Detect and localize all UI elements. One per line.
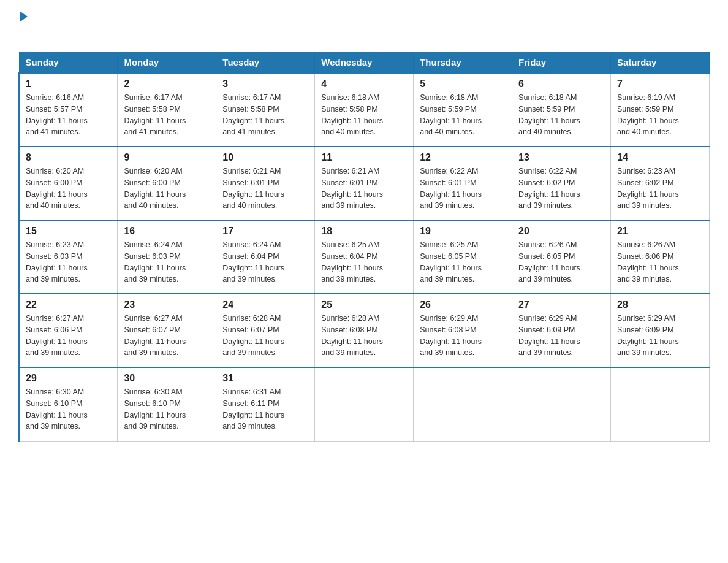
calendar-cell: 5 Sunrise: 6:18 AM Sunset: 5:59 PM Dayli… bbox=[414, 73, 512, 147]
day-info: Sunrise: 6:22 AM Sunset: 6:01 PM Dayligh… bbox=[420, 167, 482, 210]
calendar-cell: 26 Sunrise: 6:29 AM Sunset: 6:08 PM Dayl… bbox=[414, 294, 512, 367]
calendar-cell bbox=[414, 367, 512, 441]
calendar-cell: 20 Sunrise: 6:26 AM Sunset: 6:05 PM Dayl… bbox=[512, 220, 611, 294]
calendar-cell: 4 Sunrise: 6:18 AM Sunset: 5:58 PM Dayli… bbox=[315, 73, 414, 147]
calendar-cell: 21 Sunrise: 6:26 AM Sunset: 6:06 PM Dayl… bbox=[611, 220, 710, 294]
calendar-cell: 25 Sunrise: 6:28 AM Sunset: 6:08 PM Dayl… bbox=[315, 294, 414, 367]
calendar-cell: 10 Sunrise: 6:21 AM Sunset: 6:01 PM Dayl… bbox=[216, 147, 315, 220]
day-number: 3 bbox=[222, 79, 308, 90]
column-header-tuesday: Tuesday bbox=[216, 52, 315, 74]
day-number: 2 bbox=[124, 79, 210, 90]
day-number: 10 bbox=[222, 152, 308, 163]
calendar-cell: 12 Sunrise: 6:22 AM Sunset: 6:01 PM Dayl… bbox=[414, 147, 512, 220]
calendar-cell: 2 Sunrise: 6:17 AM Sunset: 5:58 PM Dayli… bbox=[118, 73, 216, 147]
week-row-5: 29 Sunrise: 6:30 AM Sunset: 6:10 PM Dayl… bbox=[19, 367, 710, 441]
day-info: Sunrise: 6:17 AM Sunset: 5:58 PM Dayligh… bbox=[124, 93, 186, 136]
day-info: Sunrise: 6:23 AM Sunset: 6:03 PM Dayligh… bbox=[26, 240, 88, 283]
day-info: Sunrise: 6:23 AM Sunset: 6:02 PM Dayligh… bbox=[617, 167, 679, 210]
day-info: Sunrise: 6:22 AM Sunset: 6:02 PM Dayligh… bbox=[518, 167, 580, 210]
day-info: Sunrise: 6:17 AM Sunset: 5:58 PM Dayligh… bbox=[222, 93, 284, 136]
day-info: Sunrise: 6:18 AM Sunset: 5:59 PM Dayligh… bbox=[518, 93, 580, 136]
day-info: Sunrise: 6:29 AM Sunset: 6:08 PM Dayligh… bbox=[420, 314, 482, 357]
day-info: Sunrise: 6:20 AM Sunset: 6:00 PM Dayligh… bbox=[124, 167, 186, 210]
day-info: Sunrise: 6:28 AM Sunset: 6:07 PM Dayligh… bbox=[222, 314, 284, 357]
calendar-cell: 27 Sunrise: 6:29 AM Sunset: 6:09 PM Dayl… bbox=[512, 294, 611, 367]
calendar-cell: 24 Sunrise: 6:28 AM Sunset: 6:07 PM Dayl… bbox=[216, 294, 315, 367]
day-info: Sunrise: 6:21 AM Sunset: 6:01 PM Dayligh… bbox=[222, 167, 284, 210]
day-number: 9 bbox=[124, 152, 210, 163]
day-number: 22 bbox=[26, 299, 111, 310]
day-info: Sunrise: 6:27 AM Sunset: 6:06 PM Dayligh… bbox=[26, 314, 88, 357]
week-row-1: 1 Sunrise: 6:16 AM Sunset: 5:57 PM Dayli… bbox=[19, 73, 710, 147]
day-number: 27 bbox=[518, 299, 604, 310]
day-number: 6 bbox=[518, 79, 604, 90]
calendar-cell: 15 Sunrise: 6:23 AM Sunset: 6:03 PM Dayl… bbox=[19, 220, 118, 294]
calendar-cell: 17 Sunrise: 6:24 AM Sunset: 6:04 PM Dayl… bbox=[216, 220, 315, 294]
column-header-monday: Monday bbox=[118, 52, 216, 74]
day-info: Sunrise: 6:16 AM Sunset: 5:57 PM Dayligh… bbox=[26, 93, 88, 136]
day-info: Sunrise: 6:27 AM Sunset: 6:07 PM Dayligh… bbox=[124, 314, 186, 357]
day-info: Sunrise: 6:25 AM Sunset: 6:04 PM Dayligh… bbox=[321, 240, 383, 283]
day-number: 15 bbox=[26, 226, 111, 237]
day-number: 25 bbox=[321, 299, 407, 310]
calendar-cell: 31 Sunrise: 6:31 AM Sunset: 6:11 PM Dayl… bbox=[216, 367, 315, 441]
calendar-cell: 29 Sunrise: 6:30 AM Sunset: 6:10 PM Dayl… bbox=[19, 367, 118, 441]
logo bbox=[18, 12, 28, 39]
calendar-cell: 22 Sunrise: 6:27 AM Sunset: 6:06 PM Dayl… bbox=[19, 294, 118, 367]
day-info: Sunrise: 6:30 AM Sunset: 6:10 PM Dayligh… bbox=[124, 388, 186, 431]
day-info: Sunrise: 6:29 AM Sunset: 6:09 PM Dayligh… bbox=[518, 314, 580, 357]
calendar-cell: 7 Sunrise: 6:19 AM Sunset: 5:59 PM Dayli… bbox=[611, 73, 710, 147]
calendar-cell: 6 Sunrise: 6:18 AM Sunset: 5:59 PM Dayli… bbox=[512, 73, 611, 147]
day-info: Sunrise: 6:26 AM Sunset: 6:06 PM Dayligh… bbox=[617, 240, 679, 283]
calendar-cell bbox=[611, 367, 710, 441]
day-info: Sunrise: 6:29 AM Sunset: 6:09 PM Dayligh… bbox=[617, 314, 679, 357]
logo-arrow-icon bbox=[20, 11, 28, 22]
calendar-cell: 11 Sunrise: 6:21 AM Sunset: 6:01 PM Dayl… bbox=[315, 147, 414, 220]
day-number: 20 bbox=[518, 226, 604, 237]
calendar-cell: 1 Sunrise: 6:16 AM Sunset: 5:57 PM Dayli… bbox=[19, 73, 118, 147]
page-header bbox=[18, 12, 710, 39]
day-info: Sunrise: 6:26 AM Sunset: 6:05 PM Dayligh… bbox=[518, 240, 580, 283]
calendar-cell bbox=[315, 367, 414, 441]
calendar-cell: 18 Sunrise: 6:25 AM Sunset: 6:04 PM Dayl… bbox=[315, 220, 414, 294]
calendar-cell: 14 Sunrise: 6:23 AM Sunset: 6:02 PM Dayl… bbox=[611, 147, 710, 220]
calendar-table: SundayMondayTuesdayWednesdayThursdayFrid… bbox=[18, 52, 710, 442]
day-number: 18 bbox=[321, 226, 407, 237]
column-header-wednesday: Wednesday bbox=[315, 52, 414, 74]
column-header-friday: Friday bbox=[512, 52, 611, 74]
day-number: 30 bbox=[124, 373, 210, 384]
calendar-cell bbox=[512, 367, 611, 441]
day-info: Sunrise: 6:24 AM Sunset: 6:03 PM Dayligh… bbox=[124, 240, 186, 283]
calendar-cell: 3 Sunrise: 6:17 AM Sunset: 5:58 PM Dayli… bbox=[216, 73, 315, 147]
day-info: Sunrise: 6:21 AM Sunset: 6:01 PM Dayligh… bbox=[321, 167, 383, 210]
week-row-3: 15 Sunrise: 6:23 AM Sunset: 6:03 PM Dayl… bbox=[19, 220, 710, 294]
day-number: 19 bbox=[420, 226, 506, 237]
day-info: Sunrise: 6:31 AM Sunset: 6:11 PM Dayligh… bbox=[222, 388, 284, 431]
day-number: 23 bbox=[124, 299, 210, 310]
calendar-cell: 28 Sunrise: 6:29 AM Sunset: 6:09 PM Dayl… bbox=[611, 294, 710, 367]
column-header-thursday: Thursday bbox=[414, 52, 512, 74]
week-row-4: 22 Sunrise: 6:27 AM Sunset: 6:06 PM Dayl… bbox=[19, 294, 710, 367]
day-info: Sunrise: 6:20 AM Sunset: 6:00 PM Dayligh… bbox=[26, 167, 88, 210]
day-number: 29 bbox=[26, 373, 111, 384]
day-number: 11 bbox=[321, 152, 407, 163]
day-number: 7 bbox=[617, 79, 703, 90]
day-number: 21 bbox=[617, 226, 703, 237]
calendar-cell: 19 Sunrise: 6:25 AM Sunset: 6:05 PM Dayl… bbox=[414, 220, 512, 294]
day-number: 1 bbox=[26, 79, 111, 90]
calendar-cell: 8 Sunrise: 6:20 AM Sunset: 6:00 PM Dayli… bbox=[19, 147, 118, 220]
day-info: Sunrise: 6:18 AM Sunset: 5:58 PM Dayligh… bbox=[321, 93, 383, 136]
header-row: SundayMondayTuesdayWednesdayThursdayFrid… bbox=[19, 52, 710, 74]
calendar-cell: 13 Sunrise: 6:22 AM Sunset: 6:02 PM Dayl… bbox=[512, 147, 611, 220]
week-row-2: 8 Sunrise: 6:20 AM Sunset: 6:00 PM Dayli… bbox=[19, 147, 710, 220]
day-info: Sunrise: 6:28 AM Sunset: 6:08 PM Dayligh… bbox=[321, 314, 383, 357]
calendar-cell: 16 Sunrise: 6:24 AM Sunset: 6:03 PM Dayl… bbox=[118, 220, 216, 294]
day-number: 12 bbox=[420, 152, 506, 163]
day-number: 16 bbox=[124, 226, 210, 237]
day-number: 4 bbox=[321, 79, 407, 90]
day-number: 5 bbox=[420, 79, 506, 90]
calendar-cell: 30 Sunrise: 6:30 AM Sunset: 6:10 PM Dayl… bbox=[118, 367, 216, 441]
day-number: 31 bbox=[222, 373, 308, 384]
day-info: Sunrise: 6:24 AM Sunset: 6:04 PM Dayligh… bbox=[222, 240, 284, 283]
day-info: Sunrise: 6:18 AM Sunset: 5:59 PM Dayligh… bbox=[420, 93, 482, 136]
